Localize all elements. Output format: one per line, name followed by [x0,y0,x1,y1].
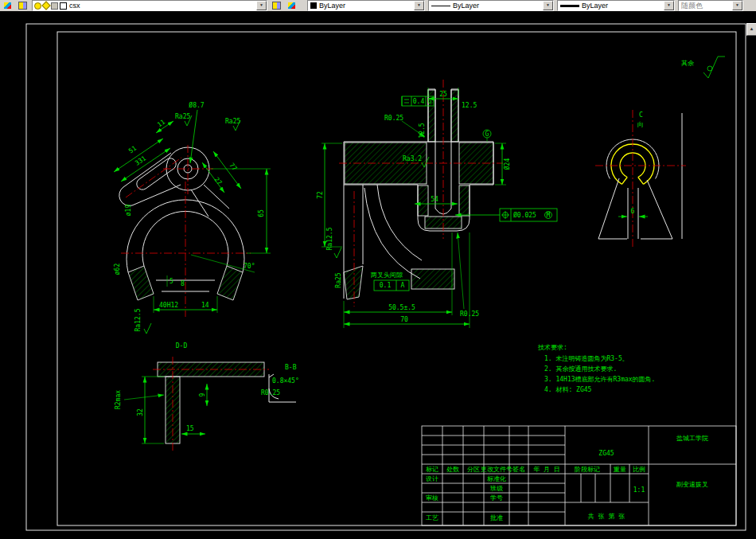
dim-77: 77 [228,162,239,172]
layer-previous-icon [272,2,281,10]
autocad-window: csx ▼ ByLayer ▼ ByLayer ▼ ByLayer ▼ 随颜色 … [0,0,756,539]
layer-combo[interactable]: csx ▼ [32,0,267,11]
linetype-combo-value: ByLayer [450,2,543,10]
dim-505: 50.5±.5 [388,304,415,311]
ra-25: Ra25 [335,272,342,287]
dim-125-bore: 12.5 [419,123,426,138]
dim-dia62: ø62 [114,264,121,275]
ra-bottom: Ra12.5 [134,308,142,331]
dim-dia19: ø19 [125,205,132,217]
layer-previous-button[interactable] [270,0,283,11]
tb-header: 处数 [446,466,459,473]
layer-states-button[interactable] [285,0,298,11]
finish-note-label: 其余 [681,60,694,67]
roughness-check-icon [703,57,718,78]
tech-req-item: 2. 其余按通用技术要求. [544,365,617,373]
dim-r025: R0.25 [261,389,280,396]
dim-15: 15 [186,425,194,432]
tb-design: 设计 [426,475,438,482]
fcf-position-value: Ø0.025 [513,211,536,219]
fcf-parallelism: 0.4 G [402,96,434,106]
current-color-chip [310,2,317,9]
layer-states-icon [288,2,295,9]
fcf-position-modifier: M [547,212,551,219]
tb-class: 班级 [490,485,503,492]
scrollbar-up-arrow[interactable]: ▲ [746,23,756,36]
layer-color-swatch [60,2,67,10]
ra-right: Ra25 [225,118,240,125]
view-fork-arm: Ø8.7 331 51 11 77 27 65 70° ø62 ø19 5 8 [114,101,271,334]
tb-number: 学号 [490,494,503,502]
tech-req-item: 1. 未注明铸造圆角为R3-5。 [544,355,629,362]
tb-school: 盐城工学院 [676,435,708,442]
linetype-sample-icon [431,6,450,6]
tb-sheet: 共 张 第 张 [588,513,625,520]
section-dd-label: D-D [176,342,188,350]
lineweight-combo[interactable]: ByLayer ▼ [557,0,675,11]
dim-25: 25 [439,91,447,98]
lineweight-combo-dropdown-arrow[interactable]: ▼ [664,1,674,10]
color-combo-dropdown-arrow[interactable]: ▼ [414,1,424,10]
dim-chamfer: 0.8×45° [272,377,299,385]
dim-dia24: Ø24 [503,158,511,170]
tech-req-item: 3. 14H13槽底部允许有R3max的圆角. [544,376,655,383]
tb-material: ZG45 [598,450,614,457]
dim-54: 54 [431,196,438,203]
view-c-dir-label: 向 [637,121,644,128]
tb-check: 审核 [426,494,438,502]
view-main-section: 25 12.5 12.5 0.4 G R0.25 Ra3.2 G [317,80,557,328]
dim-8: 8 [181,280,185,287]
tb-header: 年 月 日 [533,466,560,473]
view-c-direction: C 向 6 [595,110,686,248]
make-layer-current-icon [4,2,11,9]
plot-style-value: 随颜色 [679,1,732,11]
tb-process: 工艺 [426,514,438,521]
dim-6: 6 [631,208,635,215]
make-layer-current-button[interactable] [1,0,14,11]
linetype-combo-dropdown-arrow[interactable]: ▼ [543,1,553,10]
r-fillet-bottom: R0.25 [460,311,479,318]
dim-5: 5 [170,278,173,285]
lineweight-sample-icon [560,5,579,7]
layers-dialog-button[interactable] [16,0,29,11]
roughness-icon [334,248,341,258]
tb-weight-label: 重量 [613,466,626,473]
color-combo[interactable]: ByLayer ▼ [307,0,425,11]
dim-hole-dia: Ø8.7 [189,101,204,109]
dim-72: 72 [317,191,324,199]
layer-on-icon [34,2,41,10]
linetype-combo[interactable]: ByLayer ▼ [428,0,554,11]
tech-req-title: 技术要求: [537,344,567,351]
tb-header: 签名 [512,466,525,473]
surface-finish-note: 其余 [681,57,725,78]
fcf-parallel-value: 0.4 [413,98,425,105]
ra-125: Ra12.5 [326,227,333,250]
plot-style-dropdown-arrow: ▼ [732,1,742,10]
dim-9: 9 [199,393,206,396]
color-combo-value: ByLayer [317,2,414,10]
dim-32: 32 [137,408,144,416]
tb-stage-label: 阶段标记 [575,466,600,473]
dim-125-top: 12.5 [462,102,477,109]
drawing-canvas[interactable]: 其余 [0,11,756,539]
dim-40h12: 40H12 [159,302,178,309]
dim-70: 70 [400,316,408,323]
tb-standardize: 标准化 [487,475,506,482]
dim-70deg: 70° [244,263,255,270]
view-c-label: C [639,111,643,119]
layer-freeze-icon [41,1,50,10]
tb-scale-value: 1:1 [633,486,645,494]
drawing-svg: 其余 [0,11,756,539]
layer-combo-dropdown-arrow[interactable]: ▼ [256,1,267,10]
tb-approve: 批准 [490,514,503,521]
tb-header: 分区 [467,466,480,473]
dim-65: 65 [258,209,265,217]
title-block: 标记 处数 分区 更改文件号 签名 年 月 日 设计 审核 工艺 标准化 班级 … [422,426,736,525]
plot-style-combo[interactable]: 随颜色 ▼ [678,0,743,11]
fcf-runout: 0.1 A [374,280,409,291]
layers-icon [18,2,27,10]
tb-part-name: 副变速拨叉 [676,481,708,488]
fcf-runout-value: 0.1 [380,282,392,289]
technical-requirements: 技术要求: 1. 未注明铸造圆角为R3-5。 2. 其余按通用技术要求. 3. … [537,344,655,393]
dim-51: 51 [127,144,138,154]
